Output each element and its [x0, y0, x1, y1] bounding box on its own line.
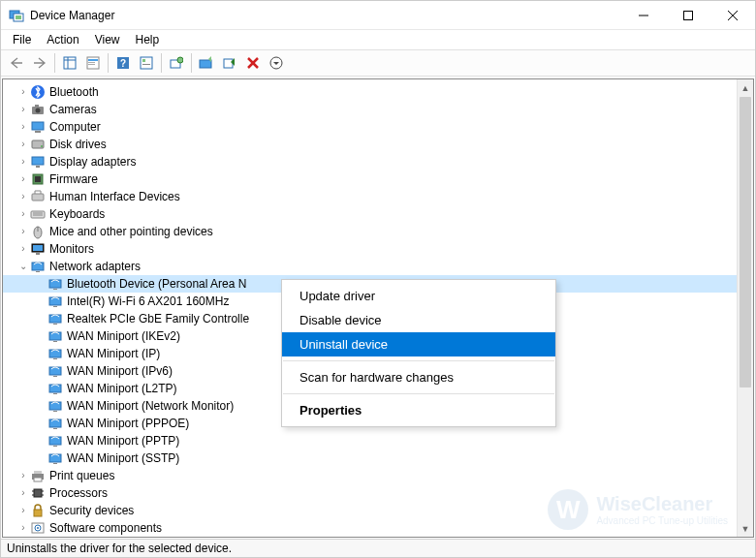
tree-label: Bluetooth Device (Personal Area N: [67, 275, 246, 293]
svg-rect-13: [88, 64, 95, 65]
close-button[interactable]: [710, 1, 755, 30]
svg-rect-55: [49, 332, 61, 340]
svg-rect-58: [53, 358, 57, 359]
tree-label: Mice and other pointing devices: [49, 223, 213, 240]
tree-category[interactable]: ⌄Network adapters: [3, 258, 753, 275]
chevron-right-icon: ›: [16, 240, 30, 258]
ctx-disable-device[interactable]: Disable device: [282, 308, 555, 332]
tree-category[interactable]: ›Display adapters: [3, 153, 753, 170]
tree-category[interactable]: ›Processors: [3, 484, 753, 502]
chevron-right-icon: ›: [16, 484, 30, 502]
tree-category[interactable]: ›Cameras: [3, 101, 753, 118]
ctx-properties[interactable]: Properties: [282, 398, 555, 422]
ctx-update-driver[interactable]: Update driver: [282, 284, 555, 308]
tree-category[interactable]: ›Monitors: [3, 240, 753, 258]
svg-rect-72: [34, 471, 42, 474]
menu-help[interactable]: Help: [128, 31, 168, 48]
chevron-right-icon: ›: [16, 467, 30, 484]
menu-view[interactable]: View: [87, 31, 128, 48]
tree-category[interactable]: ›Software components: [3, 519, 753, 537]
svg-rect-67: [49, 437, 61, 445]
back-button[interactable]: [5, 52, 28, 74]
tree-label: Print queues: [49, 467, 114, 484]
tree-item[interactable]: WAN Miniport (PPTP): [3, 432, 753, 450]
ctx-scan-hardware[interactable]: Scan for hardware changes: [282, 365, 555, 389]
update-driver-button[interactable]: [195, 52, 218, 74]
tree-label: Keyboards: [49, 205, 105, 223]
svg-rect-31: [35, 131, 41, 133]
svg-rect-2: [16, 16, 21, 19]
svg-rect-56: [53, 341, 57, 342]
window-controls: [621, 1, 755, 29]
ctx-uninstall-device[interactable]: Uninstall device: [282, 332, 555, 356]
uninstall-device-button[interactable]: [241, 52, 265, 74]
computer-icon: [30, 119, 46, 135]
tree-category[interactable]: ›Human Interface Devices: [3, 188, 753, 205]
svg-rect-66: [53, 428, 57, 429]
tree-category[interactable]: ›Security devices: [3, 502, 753, 519]
tree-label: Monitors: [49, 240, 94, 258]
svg-rect-22: [224, 59, 233, 68]
tree-label: WAN Miniport (PPPOE): [67, 415, 189, 432]
tree-label: Network adapters: [49, 258, 141, 275]
title-bar: Device Manager: [1, 1, 755, 30]
properties-button[interactable]: [81, 52, 105, 74]
chevron-right-icon: ›: [16, 170, 30, 188]
svg-rect-34: [32, 157, 44, 165]
svg-rect-30: [32, 122, 44, 130]
maximize-button[interactable]: [666, 1, 710, 30]
tree-category[interactable]: ›Firmware: [3, 170, 753, 188]
minimize-button[interactable]: [621, 1, 666, 30]
chevron-right-icon: ›: [16, 519, 30, 537]
network-icon: [47, 363, 63, 379]
svg-rect-64: [53, 411, 57, 412]
forward-button[interactable]: [28, 52, 51, 74]
tree-category[interactable]: ›Keyboards: [3, 205, 753, 223]
overflow-button[interactable]: [265, 52, 288, 74]
scroll-down-button[interactable]: ▼: [738, 520, 753, 537]
svg-rect-7: [64, 57, 76, 69]
menu-file[interactable]: File: [5, 31, 39, 48]
svg-rect-74: [34, 489, 42, 497]
menu-action[interactable]: Action: [39, 31, 86, 48]
disable-device-button[interactable]: [218, 52, 241, 74]
svg-rect-46: [36, 253, 40, 255]
chevron-right-icon: ›: [16, 83, 30, 101]
svg-rect-65: [49, 419, 61, 427]
vertical-scrollbar[interactable]: ▲ ▼: [737, 79, 753, 537]
svg-rect-4: [684, 12, 693, 20]
display-icon: [30, 154, 46, 170]
tree-label: Display adapters: [49, 153, 136, 170]
action-center-button[interactable]: [135, 52, 158, 74]
svg-rect-17: [142, 59, 145, 62]
network-icon: [47, 433, 63, 449]
window-title: Device Manager: [30, 9, 621, 22]
hid-icon: [30, 189, 46, 204]
scan-hardware-button[interactable]: [165, 52, 188, 74]
tree-category[interactable]: ›Disk drives: [3, 136, 753, 153]
network-icon: [47, 328, 63, 344]
network-icon: [30, 259, 46, 274]
toolbar-separator: [191, 53, 192, 73]
show-hide-tree-button[interactable]: [58, 52, 81, 74]
tree-category[interactable]: ›Mice and other pointing devices: [3, 223, 753, 240]
tree-item[interactable]: WAN Miniport (SSTP): [3, 450, 753, 467]
svg-point-82: [37, 527, 39, 529]
svg-rect-51: [49, 297, 61, 305]
svg-rect-52: [53, 306, 57, 307]
context-menu: Update driver Disable device Uninstall d…: [281, 279, 556, 427]
chevron-right-icon: ›: [16, 118, 30, 136]
tree-category[interactable]: ›Computer: [3, 118, 753, 136]
tree-label: Disk drives: [49, 136, 107, 153]
scroll-up-button[interactable]: ▲: [738, 79, 753, 96]
svg-rect-35: [36, 166, 40, 168]
tree-label: WAN Miniport (PPTP): [67, 432, 179, 450]
help-button[interactable]: ?: [111, 52, 135, 74]
tree-category[interactable]: ›Bluetooth: [3, 83, 753, 101]
tree-label: WAN Miniport (IKEv2): [67, 327, 180, 345]
scroll-thumb[interactable]: [740, 97, 751, 388]
chevron-down-icon: ⌄: [16, 258, 30, 275]
tree-category[interactable]: ›Print queues: [3, 467, 753, 484]
network-icon: [47, 346, 63, 361]
toolbar-separator: [161, 53, 162, 73]
